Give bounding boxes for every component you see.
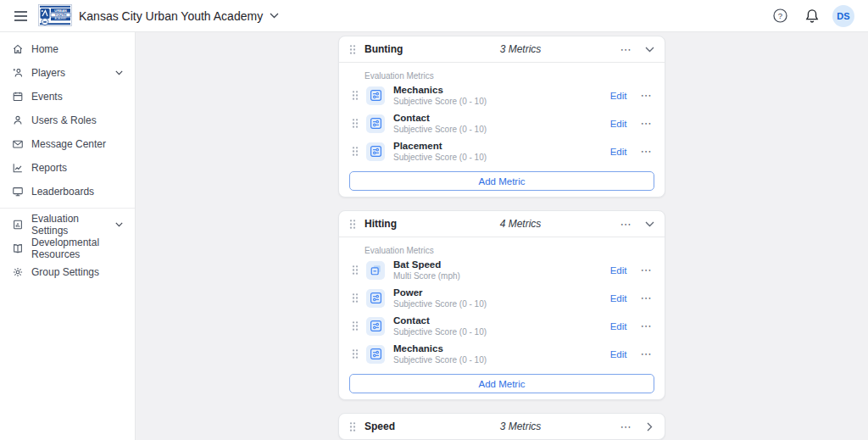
subjective-score-icon <box>366 114 385 133</box>
home-icon <box>12 43 24 55</box>
sidebar-item-message-center[interactable]: Message Center <box>0 132 135 156</box>
add-metric-button[interactable]: Add Metric <box>349 374 654 393</box>
metric-menu-button[interactable]: ⋯ <box>641 348 654 359</box>
section-metric-count: 3 Metrics <box>500 43 542 55</box>
clipboard-icon <box>12 219 24 231</box>
metric-section-card-bunting: Bunting 3 Metrics ⋯ Evaluation Metrics M… <box>338 36 665 198</box>
section-collapse-button[interactable] <box>645 221 654 227</box>
section-collapse-button[interactable] <box>645 47 654 53</box>
metric-menu-button[interactable]: ⋯ <box>641 320 654 331</box>
org-logo: URBAN YOUTH ACADEMY <box>38 4 72 28</box>
sidebar-item-label: Users & Roles <box>31 114 97 126</box>
section-title: Bunting <box>364 43 403 55</box>
section-header: Hitting 4 Metrics ⋯ <box>339 211 665 237</box>
logo-line-3: ACADEMY <box>55 17 67 20</box>
sections-column: Bunting 3 Metrics ⋯ Evaluation Metrics M… <box>338 36 665 440</box>
drag-handle[interactable] <box>352 320 359 331</box>
book-icon <box>12 242 24 254</box>
subjective-score-icon <box>366 142 385 161</box>
metric-menu-button[interactable]: ⋯ <box>641 90 654 101</box>
sidebar-item-label: Evaluation Settings <box>31 213 108 237</box>
metric-row: Power Subjective Score (0 - 10) Edit ⋯ <box>349 284 654 312</box>
sidebar-item-reports[interactable]: Reports <box>0 156 135 180</box>
drag-handle[interactable] <box>349 421 356 432</box>
sidebar-item-developmental-resources[interactable]: Developmental Resources <box>0 237 135 260</box>
metric-menu-button[interactable]: ⋯ <box>641 118 654 129</box>
section-title: Speed <box>364 421 395 432</box>
drag-handle[interactable] <box>352 292 359 304</box>
metric-section-card-hitting: Hitting 4 Metrics ⋯ Evaluation Metrics B… <box>338 210 665 400</box>
section-menu-button[interactable]: ⋯ <box>620 219 633 230</box>
metric-row: Bat Speed Multi Score (mph) Edit ⋯ <box>349 256 654 284</box>
metric-name: Mechanics <box>393 343 487 354</box>
sidebar: Home Players Events Users & Roles Messag… <box>0 32 136 440</box>
edit-metric-link[interactable]: Edit <box>610 321 627 331</box>
section-menu-button[interactable]: ⋯ <box>620 44 633 55</box>
sidebar-item-group-settings[interactable]: Group Settings <box>0 260 135 284</box>
metric-type-label: Subjective Score (0 - 10) <box>393 354 487 365</box>
body-layout: Home Players Events Users & Roles Messag… <box>0 32 868 440</box>
mail-icon <box>12 138 24 150</box>
app-root: URBAN YOUTH ACADEMY Kansas City Urban Yo… <box>0 0 868 440</box>
section-collapse-button[interactable] <box>645 424 654 430</box>
metric-menu-button[interactable]: ⋯ <box>641 265 654 276</box>
edit-metric-link[interactable]: Edit <box>610 349 627 359</box>
sidebar-item-label: Message Center <box>31 138 106 150</box>
section-menu-button[interactable]: ⋯ <box>620 421 633 432</box>
sidebar-item-home[interactable]: Home <box>0 37 135 61</box>
metric-text: Placement Subjective Score (0 - 10) <box>393 140 487 163</box>
drag-handle[interactable] <box>352 146 359 157</box>
subjective-score-icon <box>366 345 385 364</box>
chevron-down-icon <box>115 222 123 227</box>
sidebar-item-evaluation-settings[interactable]: Evaluation Settings <box>0 213 135 237</box>
chevron-icon <box>645 221 654 227</box>
metric-type-label: Subjective Score (0 - 10) <box>393 124 487 135</box>
metric-menu-button[interactable]: ⋯ <box>641 146 654 157</box>
section-header: Speed 3 Metrics ⋯ <box>339 414 665 439</box>
metric-menu-button[interactable]: ⋯ <box>641 292 654 304</box>
edit-metric-link[interactable]: Edit <box>610 147 627 157</box>
drag-handle[interactable] <box>352 265 359 276</box>
sidebar-item-leaderboards[interactable]: Leaderboards <box>0 180 135 203</box>
section-body: Evaluation Metrics Mechanics Subjective … <box>339 62 665 197</box>
help-button[interactable]: ? <box>768 4 792 28</box>
chevron-icon <box>647 422 653 432</box>
metric-type-label: Multi Score (mph) <box>393 270 460 281</box>
metric-row: Contact Subjective Score (0 - 10) Edit ⋯ <box>349 312 654 340</box>
notifications-button[interactable] <box>800 4 824 28</box>
metric-text: Bat Speed Multi Score (mph) <box>393 259 460 281</box>
drag-handle[interactable] <box>349 219 356 230</box>
org-name: Kansas City Urban Youth Academy <box>79 9 263 23</box>
hamburger-icon <box>14 10 28 22</box>
sidebar-item-events[interactable]: Events <box>0 85 135 109</box>
edit-metric-link[interactable]: Edit <box>610 265 627 276</box>
evaluation-metrics-label: Evaluation Metrics <box>364 71 654 81</box>
metric-name: Bat Speed <box>393 259 460 270</box>
section-title: Hitting <box>364 218 397 230</box>
drag-handle[interactable] <box>352 118 359 129</box>
metric-text: Mechanics Subjective Score (0 - 10) <box>393 84 487 107</box>
metric-rows: Bat Speed Multi Score (mph) Edit ⋯ Power… <box>349 256 654 368</box>
user-icon <box>12 114 24 126</box>
menu-button[interactable] <box>12 8 30 24</box>
metric-type-label: Subjective Score (0 - 10) <box>393 326 487 337</box>
logo-line-2: YOUTH <box>55 12 67 16</box>
section-metric-count: 3 Metrics <box>500 421 542 432</box>
edit-metric-link[interactable]: Edit <box>610 91 627 101</box>
sidebar-item-users-roles[interactable]: Users & Roles <box>0 109 135 132</box>
org-selector[interactable]: URBAN YOUTH ACADEMY Kansas City Urban Yo… <box>38 4 279 28</box>
sidebar-group: Evaluation Settings Developmental Resour… <box>0 208 135 284</box>
svg-text:?: ? <box>777 11 782 20</box>
edit-metric-link[interactable]: Edit <box>610 293 627 304</box>
metric-text: Contact Subjective Score (0 - 10) <box>393 112 487 135</box>
edit-metric-link[interactable]: Edit <box>610 119 627 129</box>
add-metric-button[interactable]: Add Metric <box>349 171 654 191</box>
sidebar-item-label: Players <box>31 67 65 79</box>
metric-section-card-speed: Speed 3 Metrics ⋯ <box>338 413 665 440</box>
drag-handle[interactable] <box>352 348 359 359</box>
drag-handle[interactable] <box>352 90 359 101</box>
sidebar-item-label: Developmental Resources <box>31 237 123 260</box>
avatar[interactable]: DS <box>832 5 854 27</box>
drag-handle[interactable] <box>349 44 356 55</box>
sidebar-item-players[interactable]: Players <box>0 61 135 85</box>
